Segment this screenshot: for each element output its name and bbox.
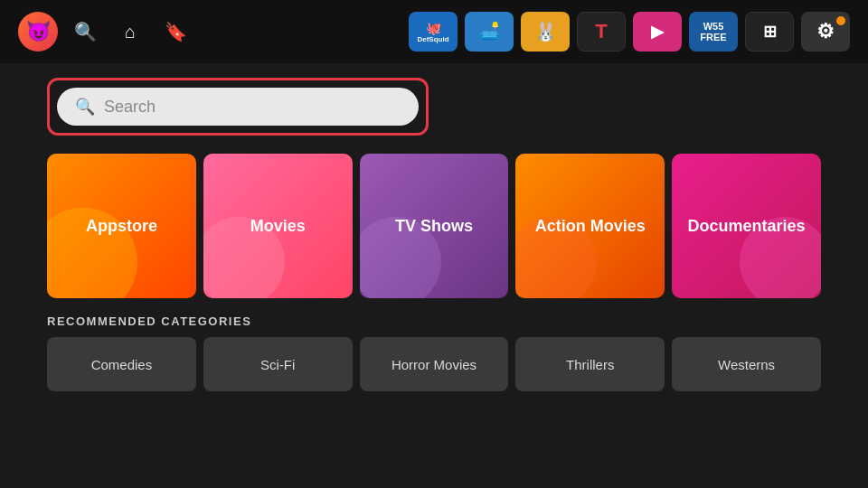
rec-comedies[interactable]: Comedies [47, 337, 196, 391]
top-navigation: 😈 🔍 ⌂ 🔖 🐙 DefSquid 🛋️ 🐰 T ▶ W55FREE ⊞ ⚙ [0, 0, 868, 63]
category-action[interactable]: Action Movies [515, 154, 665, 298]
search-icon: 🔍 [75, 97, 95, 117]
search-section: 🔍 Search [0, 63, 868, 150]
settings-button[interactable]: ⚙ [801, 12, 850, 52]
category-tvshows[interactable]: TV Shows [360, 154, 509, 298]
app-rabbit[interactable]: 🐰 [521, 12, 570, 52]
rec-westerns[interactable]: Westerns [672, 337, 821, 391]
bookmark-button[interactable]: 🔖 [157, 14, 193, 50]
rec-scifi-label: Sci-Fi [260, 357, 295, 372]
search-outline: 🔍 Search [47, 78, 429, 136]
app-launcher: 🐙 DefSquid 🛋️ 🐰 T ▶ W55FREE ⊞ ⚙ [409, 12, 850, 52]
category-documentaries[interactable]: Documentaries [672, 154, 821, 298]
search-placeholder: Search [104, 98, 156, 117]
recommended-grid: Comedies Sci-Fi Horror Movies Thrillers … [47, 337, 821, 391]
app-couch[interactable]: 🛋️ [465, 12, 514, 52]
app-tubi[interactable]: T [577, 12, 626, 52]
category-tvshows-label: TV Shows [395, 217, 473, 236]
category-movies-label: Movies [250, 217, 306, 236]
home-button[interactable]: ⌂ [112, 14, 148, 50]
app-defsquid[interactable]: 🐙 DefSquid [409, 12, 458, 52]
rec-westerns-label: Westerns [718, 357, 775, 372]
category-appstore-label: Appstore [86, 217, 157, 236]
categories-grid: Appstore Movies TV Shows Action Movies D… [0, 154, 868, 298]
search-bar[interactable]: 🔍 Search [57, 88, 419, 126]
category-action-label: Action Movies [535, 217, 646, 236]
category-docs-label: Documentaries [688, 217, 806, 236]
recommended-title: RECOMMENDED CATEGORIES [47, 314, 821, 328]
app-grid[interactable]: ⊞ [745, 12, 794, 52]
avatar[interactable]: 😈 [18, 12, 58, 52]
settings-notification-dot [836, 16, 845, 25]
rec-scifi[interactable]: Sci-Fi [203, 337, 353, 391]
rec-comedies-label: Comedies [91, 357, 153, 372]
rec-thrillers[interactable]: Thrillers [515, 337, 665, 391]
rec-horror[interactable]: Horror Movies [360, 337, 509, 391]
category-appstore[interactable]: Appstore [47, 154, 196, 298]
app-w55[interactable]: W55FREE [689, 12, 738, 52]
search-button[interactable]: 🔍 [67, 14, 103, 50]
app-pink[interactable]: ▶ [633, 12, 682, 52]
rec-thrillers-label: Thrillers [566, 357, 614, 372]
recommended-section: RECOMMENDED CATEGORIES Comedies Sci-Fi H… [0, 298, 868, 391]
category-movies[interactable]: Movies [203, 154, 353, 298]
rec-horror-label: Horror Movies [392, 357, 476, 372]
